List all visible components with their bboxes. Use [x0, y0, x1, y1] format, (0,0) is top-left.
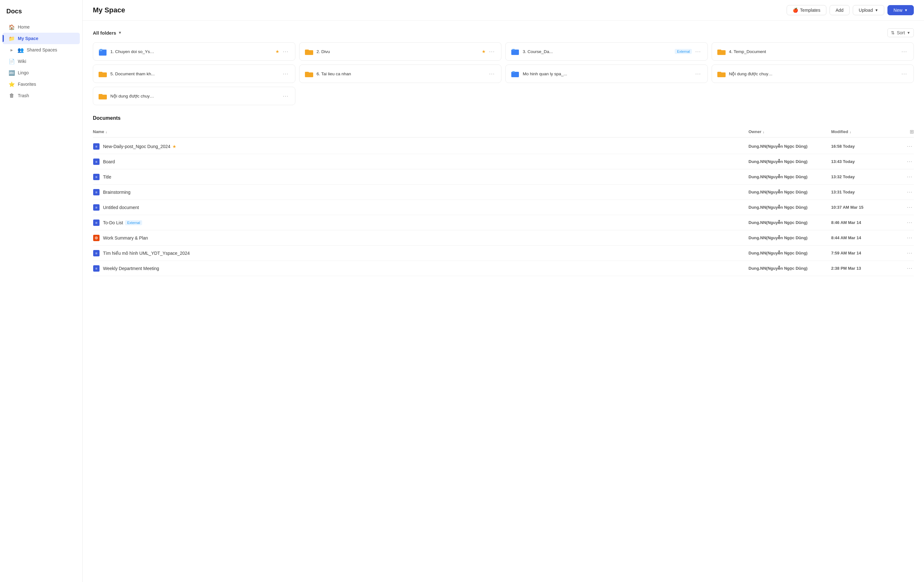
folder-item-f5[interactable]: 5. Document tham kh... ···: [93, 64, 295, 83]
document-row-d2[interactable]: Board Dung.NN(Nguyễn Ngọc Dũng) 13:43 To…: [93, 154, 914, 169]
doc-modified-d5: 10:37 AM Mar 15: [831, 205, 895, 210]
svg-rect-6: [512, 49, 515, 50]
folder-more-f7[interactable]: ···: [694, 70, 702, 78]
doc-name-d9: Weekly Department Meeting: [103, 266, 159, 271]
main-content: My Space 🍎 Templates Add Upload ▼ New ▼ …: [82, 0, 924, 582]
modified-sort-icon: ↓: [849, 130, 851, 134]
sort-chevron-icon: ▼: [907, 31, 910, 35]
sidebar-item-trash[interactable]: 🗑 Trash: [3, 90, 80, 101]
add-button[interactable]: Add: [830, 5, 850, 15]
doc-more-d4[interactable]: ···: [906, 188, 914, 196]
sidebar-item-label: Lingo: [18, 70, 29, 75]
folders-header: All folders ▼ ⇅ Sort ▼: [93, 28, 914, 37]
templates-button[interactable]: 🍎 Templates: [787, 5, 827, 15]
doc-modified-d8: 7:59 AM Mar 14: [831, 251, 895, 255]
external-badge-f3: External: [675, 49, 692, 54]
sidebar-item-label: Shared Spaces: [27, 47, 57, 53]
doc-more-d8[interactable]: ···: [906, 249, 914, 257]
doc-more-d3[interactable]: ···: [906, 173, 914, 181]
sharedspaces-expand-icon: ▶: [9, 47, 15, 53]
sidebar-item-label: My Space: [18, 36, 38, 41]
folder-card-right-f5: ···: [281, 70, 290, 78]
doc-more-d6[interactable]: ···: [906, 219, 914, 227]
folder-item-f4[interactable]: 4. Temp_Document ···: [711, 42, 914, 61]
doc-modified-d2: 13:43 Today: [831, 159, 895, 164]
doc-owner-d6: Dung.NN(Nguyễn Ngọc Dũng): [749, 220, 831, 225]
folder-card-right-f4: ···: [900, 48, 908, 56]
folder-more-f4[interactable]: ···: [900, 48, 908, 56]
folder-item-f1[interactable]: 1. Chuyen doi so_Ysp... ★ ···: [93, 42, 295, 61]
doc-actions-d1: ···: [895, 142, 914, 150]
doc-more-d1[interactable]: ···: [906, 142, 914, 150]
document-row-d8[interactable]: Tìm hiểu mô hình UML_YDT_Yspace_2024 Dun…: [93, 246, 914, 261]
new-chevron-icon: ▼: [904, 8, 908, 12]
grid-view-icon[interactable]: ⊞: [910, 129, 914, 135]
doc-name-col-d2: Board: [93, 158, 749, 165]
sidebar-item-home[interactable]: 🏠 Home: [3, 21, 80, 33]
folders-chevron-icon: ▼: [118, 31, 122, 35]
document-row-d3[interactable]: Title Dung.NN(Nguyễn Ngọc Dũng) 13:32 To…: [93, 169, 914, 184]
folder-item-f6[interactable]: 6. Tai lieu ca nhan ···: [299, 64, 502, 83]
sidebar-item-wiki[interactable]: 📄 Wiki: [3, 56, 80, 67]
document-row-d7[interactable]: Work Summary & Plan Dung.NN(Nguyễn Ngọc …: [93, 230, 914, 246]
folder-item-f9[interactable]: Nội dung được chuyể... ···: [93, 87, 295, 105]
doc-modified-d7: 8:44 AM Mar 14: [831, 235, 895, 240]
folder-card-left-f2: 2. Divu: [305, 47, 330, 56]
folder-name-f7: Mo hinh quan ly spa_...: [523, 71, 567, 76]
folder-item-f7[interactable]: Mo hinh quan ly spa_... ···: [505, 64, 708, 83]
sidebar-item-sharedspaces[interactable]: ▶ 👥 Shared Spaces: [3, 44, 80, 56]
sidebar-item-myspace[interactable]: 📁 My Space: [3, 33, 80, 44]
folder-name-f9: Nội dung được chuyể...: [111, 94, 155, 99]
folder-icon-f7: [511, 69, 520, 78]
folder-more-f2[interactable]: ···: [488, 48, 496, 56]
document-row-d9[interactable]: Weekly Department Meeting Dung.NN(Nguyễn…: [93, 261, 914, 276]
svg-rect-8: [512, 71, 515, 72]
col-header-owner[interactable]: Owner ↓: [749, 129, 831, 134]
document-row-d4[interactable]: Brainstorming Dung.NN(Nguyễn Ngọc Dũng) …: [93, 184, 914, 200]
upload-button[interactable]: Upload ▼: [853, 5, 884, 15]
document-row-d5[interactable]: Untitled document Dung.NN(Nguyễn Ngọc Dũ…: [93, 200, 914, 215]
col-header-modified[interactable]: Modified ↓: [831, 129, 895, 134]
active-indicator: [3, 35, 4, 42]
folder-name-f4: 4. Temp_Document: [729, 49, 766, 54]
sort-icon: ⇅: [891, 30, 895, 35]
doc-actions-d4: ···: [895, 188, 914, 196]
folder-name-f3: 3. Course_Da...: [523, 49, 553, 54]
doc-more-d7[interactable]: ···: [906, 234, 914, 242]
doc-name-d1: New-Daily-post_Ngoc Dung_2024 ★: [103, 144, 177, 149]
svg-rect-7: [511, 72, 519, 77]
folder-item-f2[interactable]: 2. Divu ★ ···: [299, 42, 502, 61]
folder-more-f6[interactable]: ···: [488, 70, 496, 78]
sidebar-item-favorites[interactable]: ⭐ Favorites: [3, 79, 80, 90]
folder-icon-f8: [717, 69, 726, 78]
lingo-icon: 🔤: [9, 70, 15, 76]
folder-more-f1[interactable]: ···: [281, 48, 290, 56]
folder-more-f3[interactable]: ···: [694, 48, 702, 56]
all-folders-toggle[interactable]: All folders ▼: [93, 30, 122, 36]
folder-icon-f4: [717, 47, 726, 56]
doc-actions-d6: ···: [895, 219, 914, 227]
sharedspaces-icon: 👥: [18, 47, 23, 53]
folder-more-f5[interactable]: ···: [281, 70, 290, 78]
doc-actions-d2: ···: [895, 158, 914, 166]
sidebar-item-lingo[interactable]: 🔤 Lingo: [3, 67, 80, 79]
folder-item-f3[interactable]: 3. Course_Da... External ···: [505, 42, 708, 61]
star-icon-f2: ★: [482, 49, 486, 54]
svg-rect-5: [511, 49, 519, 55]
doc-name-d5: Untitled document: [103, 205, 139, 210]
sort-button[interactable]: ⇅ Sort ▼: [888, 28, 914, 37]
doc-name-d2: Board: [103, 159, 115, 164]
folder-card-right-f8: ···: [900, 70, 908, 78]
doc-more-d9[interactable]: ···: [906, 264, 914, 272]
folder-item-f8[interactable]: Nội dung được chuyể... ···: [711, 64, 914, 83]
document-row-d6[interactable]: To-Do List External Dung.NN(Nguyễn Ngọc …: [93, 215, 914, 230]
folder-more-f8[interactable]: ···: [900, 70, 908, 78]
new-button[interactable]: New ▼: [888, 5, 914, 15]
folder-card-right-f6: ···: [488, 70, 496, 78]
doc-more-d5[interactable]: ···: [906, 203, 914, 211]
folder-more-f9[interactable]: ···: [281, 92, 290, 100]
doc-icon-d7: [93, 235, 100, 242]
doc-more-d2[interactable]: ···: [906, 158, 914, 166]
col-header-name[interactable]: Name ↓: [93, 129, 749, 134]
document-row-d1[interactable]: New-Daily-post_Ngoc Dung_2024 ★ Dung.NN(…: [93, 139, 914, 154]
